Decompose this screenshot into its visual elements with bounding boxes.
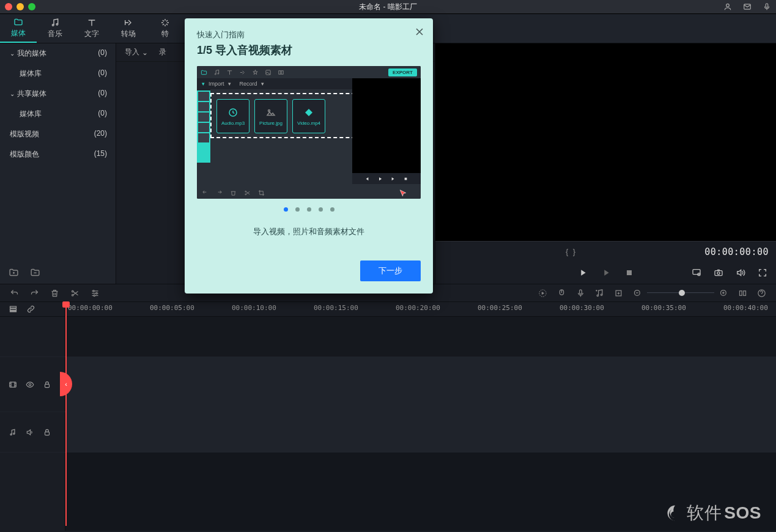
music-track-icon[interactable] bbox=[9, 428, 17, 437]
tab-transition-label: 转场 bbox=[121, 29, 136, 39]
dot-1[interactable] bbox=[284, 207, 288, 212]
ruler-tick: 00:00:00:00 bbox=[68, 304, 113, 312]
audio-mixer-icon[interactable] bbox=[595, 289, 604, 298]
mini-star-icon bbox=[252, 69, 259, 76]
sidebar-item-library1[interactable]: 媒体库(0) bbox=[0, 64, 116, 84]
chevron-down-icon: ⌄ bbox=[10, 91, 15, 97]
preview-viewport[interactable] bbox=[435, 43, 776, 241]
svg-point-44 bbox=[245, 193, 246, 194]
mini-picture-file: Picture.jpg bbox=[254, 99, 287, 133]
undo-icon[interactable] bbox=[10, 289, 19, 298]
folder-icon bbox=[13, 17, 23, 27]
new-folder-icon[interactable] bbox=[9, 267, 19, 278]
mini-stop-icon bbox=[403, 176, 408, 182]
next-button[interactable]: 下一步 bbox=[360, 260, 421, 281]
transition-icon bbox=[124, 18, 133, 28]
mute-icon[interactable] bbox=[26, 428, 34, 437]
dot-4[interactable] bbox=[319, 207, 323, 212]
sidebar-item-shared[interactable]: ⌄共享媒体(0) bbox=[0, 84, 116, 104]
lock-icon[interactable] bbox=[43, 380, 51, 389]
modal-title: 1/5 导入音视频素材 bbox=[197, 43, 421, 57]
tab-media-label: 媒体 bbox=[11, 28, 26, 39]
bracket-icon: { } bbox=[566, 247, 575, 256]
user-icon[interactable] bbox=[723, 2, 732, 11]
filmstrip-icon[interactable] bbox=[9, 380, 17, 389]
track-overlay[interactable] bbox=[0, 317, 776, 357]
zoom-in-icon[interactable] bbox=[719, 289, 728, 298]
crop-icon[interactable] bbox=[614, 289, 623, 298]
redo-icon[interactable] bbox=[30, 289, 39, 298]
tab-effect[interactable]: 特 bbox=[147, 14, 183, 43]
zoom-fit-icon[interactable] bbox=[738, 289, 747, 298]
play-icon[interactable] bbox=[578, 268, 588, 278]
mini-audio-file: Audio.mp3 bbox=[216, 99, 249, 133]
tab-effect-label: 特 bbox=[161, 29, 169, 39]
sidebar-item-template-color[interactable]: 模版颜色(15) bbox=[0, 144, 116, 164]
dot-5[interactable] bbox=[330, 207, 334, 212]
svg-point-12 bbox=[93, 290, 95, 292]
volume-icon[interactable] bbox=[736, 268, 745, 278]
snapshot-icon[interactable] bbox=[714, 268, 723, 278]
mini-music-icon bbox=[213, 69, 220, 76]
delete-folder-icon[interactable] bbox=[30, 267, 40, 278]
zoom-out-icon[interactable] bbox=[633, 289, 642, 298]
render-icon[interactable] bbox=[538, 289, 547, 298]
svg-point-13 bbox=[96, 292, 98, 294]
svg-rect-6 bbox=[693, 270, 700, 275]
stop-icon[interactable] bbox=[624, 268, 634, 278]
sidebar-item-library2[interactable]: 媒体库(0) bbox=[0, 104, 116, 124]
tab-music-label: 音乐 bbox=[48, 29, 62, 39]
link-icon[interactable] bbox=[26, 305, 35, 314]
text-icon bbox=[87, 18, 97, 28]
svg-rect-27 bbox=[10, 311, 17, 312]
fullscreen-icon[interactable] bbox=[758, 268, 767, 278]
close-icon[interactable] bbox=[413, 26, 426, 38]
preview-panel: { } 00:00:00:00 bbox=[435, 43, 776, 284]
titlebar: 未命名 - 喵影工厂 bbox=[0, 0, 776, 14]
track-video[interactable] bbox=[0, 357, 776, 412]
svg-point-4 bbox=[56, 23, 58, 25]
stack-icon[interactable] bbox=[9, 305, 18, 314]
mic-badge-icon[interactable] bbox=[763, 2, 771, 11]
ruler-tick: 00:00:25:00 bbox=[478, 304, 522, 312]
close-window-icon[interactable] bbox=[5, 3, 12, 10]
help-icon[interactable] bbox=[757, 289, 766, 298]
zoom-slider[interactable] bbox=[633, 289, 728, 298]
timeline-ruler[interactable]: 00:00:00:00 00:00:05:00 00:00:10:00 00:0… bbox=[0, 302, 776, 317]
svg-point-14 bbox=[94, 295, 95, 297]
sparkle-icon bbox=[160, 18, 170, 28]
svg-point-3 bbox=[52, 24, 54, 26]
playhead[interactable] bbox=[65, 302, 67, 526]
tab-text[interactable]: 文字 bbox=[73, 14, 110, 43]
tab-transition[interactable]: 转场 bbox=[110, 14, 147, 43]
sidebar-item-template-video[interactable]: 模版视频(20) bbox=[0, 124, 116, 144]
lock-icon[interactable] bbox=[43, 428, 51, 437]
tab-media[interactable]: 媒体 bbox=[0, 14, 37, 43]
modal-description: 导入视频，照片和音频素材文件 bbox=[197, 226, 421, 237]
voiceover-icon[interactable] bbox=[576, 289, 585, 298]
import-dropdown[interactable]: 导入 ⌄ bbox=[125, 47, 148, 57]
visibility-icon[interactable] bbox=[26, 380, 34, 389]
svg-rect-8 bbox=[715, 271, 722, 276]
minimize-window-icon[interactable] bbox=[17, 3, 24, 10]
mini-crop-icon bbox=[258, 190, 265, 196]
play-forward-icon[interactable] bbox=[601, 268, 611, 278]
preview-timecode: 00:00:00:00 bbox=[704, 246, 769, 257]
delete-icon[interactable] bbox=[50, 289, 59, 298]
mail-icon[interactable] bbox=[743, 2, 752, 11]
ruler-tick: 00:00:15:00 bbox=[314, 304, 358, 312]
svg-point-11 bbox=[72, 294, 74, 296]
dot-2[interactable] bbox=[295, 207, 300, 212]
sidebar-item-my-media[interactable]: ⌄我的媒体(0) bbox=[0, 43, 116, 64]
record-dropdown[interactable]: 录 bbox=[159, 47, 166, 57]
tab-music[interactable]: 音乐 bbox=[37, 14, 73, 43]
track-audio[interactable] bbox=[0, 412, 776, 453]
modal-subtitle: 快速入门指南 bbox=[197, 29, 421, 40]
monitor-settings-icon[interactable] bbox=[692, 268, 701, 278]
marker-icon[interactable] bbox=[557, 289, 566, 298]
split-icon[interactable] bbox=[70, 289, 79, 298]
svg-point-18 bbox=[600, 294, 602, 295]
maximize-window-icon[interactable] bbox=[28, 3, 35, 10]
dot-3[interactable] bbox=[307, 207, 311, 212]
adjust-icon[interactable] bbox=[91, 289, 100, 298]
